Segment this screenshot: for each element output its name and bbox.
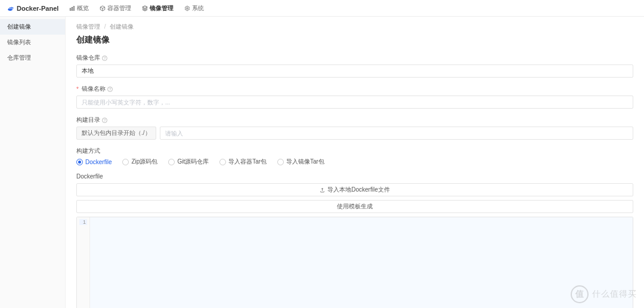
nav-system-label: 系统 — [192, 4, 204, 13]
build-dir-input[interactable] — [160, 127, 633, 140]
radio-dot-icon — [122, 159, 129, 165]
repo-label: 镜像仓库 — [76, 54, 100, 62]
layers-icon — [142, 5, 148, 11]
radio-dot-icon — [277, 159, 284, 165]
radio-dockerfile-label: Dockerfile — [85, 159, 112, 165]
svg-rect-0 — [70, 8, 72, 10]
name-input[interactable] — [76, 96, 633, 109]
nav-system[interactable]: 系统 — [184, 4, 204, 13]
upload-button-label: 导入本地Dockerfile文件 — [327, 186, 389, 194]
radio-zip-label: Zip源码包 — [131, 158, 157, 166]
svg-point-3 — [187, 7, 188, 9]
brand: Docker-Panel — [7, 5, 58, 12]
sidebar-item-repo-manage[interactable]: 仓库管理 — [0, 50, 65, 66]
build-dir-label: 构建目录 — [76, 116, 100, 124]
watermark: 值 什么值得买 — [571, 285, 637, 303]
editor-gutter: 1 — [77, 217, 90, 308]
svg-rect-1 — [72, 7, 73, 10]
editor-code-area[interactable] — [90, 217, 633, 308]
help-icon[interactable]: ? — [102, 56, 107, 61]
breadcrumb-b: 创建镜像 — [110, 23, 134, 30]
main-content: 镜像管理 / 创建镜像 创建镜像 镜像仓库 ? 本地 * 镜像名称 ? 构建目录… — [66, 17, 644, 308]
radio-dot-icon — [76, 159, 83, 165]
upload-icon — [320, 187, 325, 193]
build-type-radio-group: Dockerfile Zip源码包 Git源码仓库 导入容器Tar包 导入镜像T… — [76, 158, 633, 166]
sidebar: 创建镜像 镜像列表 仓库管理 — [0, 17, 66, 308]
help-icon[interactable]: ? — [107, 87, 113, 92]
radio-git[interactable]: Git源码仓库 — [168, 158, 209, 166]
name-label: 镜像名称 — [82, 85, 106, 93]
radio-zip[interactable]: Zip源码包 — [122, 158, 157, 166]
watermark-icon: 值 — [571, 285, 589, 303]
template-generate-button[interactable]: 使用模板生成 — [76, 200, 633, 213]
build-dir-prefix: 默认为包内目录开始（./） — [76, 127, 156, 140]
gear-icon — [184, 5, 190, 11]
dockerfile-label: Dockerfile — [76, 173, 633, 180]
radio-dockerfile[interactable]: Dockerfile — [76, 159, 112, 165]
dockerfile-editor[interactable]: 1 — [76, 217, 633, 308]
page-title: 创建镜像 — [76, 35, 633, 45]
nav-overview-label: 概览 — [77, 4, 89, 13]
radio-container-tar[interactable]: 导入容器Tar包 — [219, 158, 267, 166]
sidebar-item-create-image[interactable]: 创建镜像 — [0, 19, 65, 35]
build-type-label: 构建方式 — [76, 147, 100, 155]
upload-dockerfile-button[interactable]: 导入本地Dockerfile文件 — [76, 183, 633, 196]
top-nav: Docker-Panel 概览 容器管理 镜像管理 系统 — [0, 0, 644, 17]
docker-icon — [7, 5, 14, 12]
radio-image-tar-label: 导入镜像Tar包 — [286, 158, 324, 166]
template-button-label: 使用模板生成 — [337, 202, 373, 211]
radio-dot-icon — [219, 159, 226, 165]
radio-image-tar[interactable]: 导入镜像Tar包 — [277, 158, 324, 166]
nav-image[interactable]: 镜像管理 — [142, 4, 174, 13]
svg-rect-2 — [73, 6, 75, 10]
radio-container-tar-label: 导入容器Tar包 — [228, 158, 267, 166]
line-number: 1 — [79, 219, 87, 225]
watermark-text: 什么值得买 — [592, 289, 637, 300]
sidebar-item-image-list[interactable]: 镜像列表 — [0, 35, 65, 50]
breadcrumb: 镜像管理 / 创建镜像 — [76, 23, 633, 31]
radio-dot-icon — [168, 159, 175, 165]
nav-image-label: 镜像管理 — [150, 4, 174, 13]
cube-icon — [100, 5, 106, 11]
chart-icon — [69, 5, 75, 11]
breadcrumb-a[interactable]: 镜像管理 — [76, 23, 100, 30]
radio-git-label: Git源码仓库 — [177, 158, 209, 166]
required-mark: * — [76, 86, 79, 93]
nav-overview[interactable]: 概览 — [69, 4, 89, 13]
brand-label: Docker-Panel — [17, 5, 58, 12]
nav-container-label: 容器管理 — [107, 4, 131, 13]
breadcrumb-sep: / — [104, 23, 106, 30]
help-icon[interactable]: ? — [102, 118, 107, 123]
repo-select[interactable]: 本地 — [76, 64, 633, 78]
nav-container[interactable]: 容器管理 — [100, 4, 131, 13]
